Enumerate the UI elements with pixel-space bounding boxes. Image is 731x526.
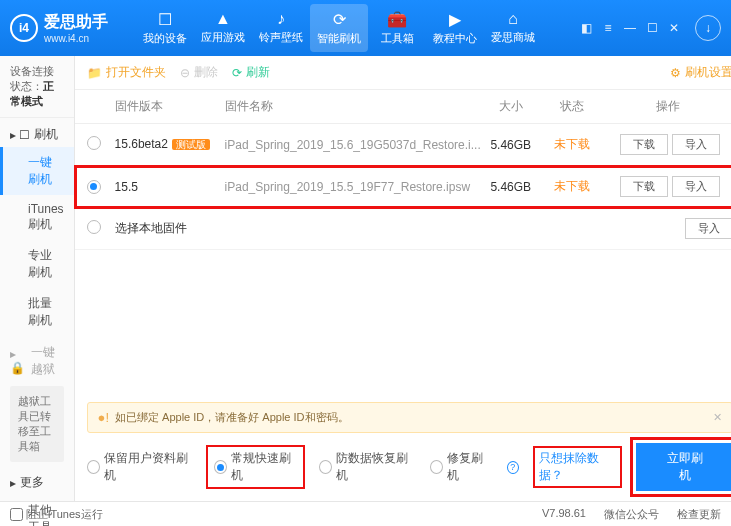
sidebar: 设备连接状态：正常模式 ▸ ☐ 刷机 一键刷机 iTunes刷机 专业刷机 批量… xyxy=(0,56,75,501)
app-logo: i4 xyxy=(10,14,38,42)
status-badge: 未下载 xyxy=(541,136,603,153)
check-update-link[interactable]: 检查更新 xyxy=(677,507,721,522)
toolbar: 📁 打开文件夹 ⊖ 删除 ⟳ 刷新 ⚙ 刷机设置 xyxy=(75,56,731,90)
import-button[interactable]: 导入 xyxy=(672,176,720,197)
col-status: 状态 xyxy=(541,98,603,115)
status-badge: 未下载 xyxy=(541,178,603,195)
col-size: 大小 xyxy=(481,98,541,115)
brand-name: 爱思助手 xyxy=(44,12,108,33)
mode-repair[interactable]: 修复刷机 xyxy=(430,450,491,484)
table-row[interactable]: 15.6beta2测试版 iPad_Spring_2019_15.6_19G50… xyxy=(75,124,731,166)
main: 设备连接状态：正常模式 ▸ ☐ 刷机 一键刷机 iTunes刷机 专业刷机 批量… xyxy=(0,56,731,501)
ringtone-icon: ♪ xyxy=(252,10,310,28)
group-flash[interactable]: ▸ ☐ 刷机 xyxy=(0,118,74,147)
col-name: 固件名称 xyxy=(225,98,481,115)
sidebar-item-itunes[interactable]: iTunes刷机 xyxy=(0,195,74,240)
table-row[interactable]: 15.5 iPad_Spring_2019_15.5_19F77_Restore… xyxy=(75,166,731,208)
group-jailbreak[interactable]: ▸ 🔒 一键越狱 xyxy=(0,336,74,382)
menu-icon[interactable]: ≡ xyxy=(599,21,617,35)
nav-flash[interactable]: ⟳智能刷机 xyxy=(310,4,368,52)
version-label: V7.98.61 xyxy=(542,507,586,522)
download-button[interactable]: 下载 xyxy=(620,134,668,155)
toolbox-icon: 🧰 xyxy=(368,10,426,29)
nav-toolbox[interactable]: 🧰工具箱 xyxy=(368,4,426,52)
wechat-link[interactable]: 微信公众号 xyxy=(604,507,659,522)
skin-icon[interactable]: ◧ xyxy=(577,21,595,35)
device-icon: ☐ xyxy=(136,10,194,29)
erase-only-link[interactable]: 只想抹除数据？ xyxy=(535,448,621,486)
import-button[interactable]: 导入 xyxy=(685,218,731,239)
refresh-button[interactable]: ⟳ 刷新 xyxy=(232,64,270,81)
nav-store[interactable]: ⌂爱思商城 xyxy=(484,4,542,52)
table-row-local[interactable]: 选择本地固件 导入 xyxy=(75,208,731,250)
mode-normal[interactable]: 常规快速刷机 xyxy=(208,447,303,487)
nav-apps[interactable]: ▲应用游戏 xyxy=(194,4,252,52)
nav-my-device[interactable]: ☐我的设备 xyxy=(136,4,194,52)
maximize-icon[interactable]: ☐ xyxy=(643,21,661,35)
main-nav: ☐我的设备 ▲应用游戏 ♪铃声壁纸 ⟳智能刷机 🧰工具箱 ▶教程中心 ⌂爱思商城 xyxy=(136,4,542,52)
row-radio[interactable] xyxy=(87,180,101,194)
footer: 阻止iTunes运行 V7.98.61 微信公众号 检查更新 xyxy=(0,501,731,526)
warning-bar: ●! 如已绑定 Apple ID，请准备好 Apple ID和密码。 ✕ xyxy=(87,402,731,433)
apps-icon: ▲ xyxy=(194,10,252,28)
mode-protect[interactable]: 防数据恢复刷机 xyxy=(319,450,413,484)
sidebar-item-batch[interactable]: 批量刷机 xyxy=(0,288,74,336)
sidebar-item-pro[interactable]: 专业刷机 xyxy=(0,240,74,288)
content: 📁 打开文件夹 ⊖ 删除 ⟳ 刷新 ⚙ 刷机设置 固件版本 固件名称 大小 状态… xyxy=(75,56,731,501)
jailbreak-note: 越狱工具已转移至工具箱 xyxy=(10,386,64,462)
mode-bar: 保留用户资料刷机 常规快速刷机 防数据恢复刷机 修复刷机 ? 只想抹除数据？ 立… xyxy=(75,433,731,501)
window-controls: ◧ ≡ — ☐ ✕ ↓ xyxy=(577,15,721,41)
warning-icon: ●! xyxy=(98,410,109,425)
beta-badge: 测试版 xyxy=(172,139,210,150)
minimize-icon[interactable]: — xyxy=(621,21,639,35)
flash-icon: ⟳ xyxy=(310,10,368,29)
help-icon[interactable]: ? xyxy=(507,461,519,474)
import-button[interactable]: 导入 xyxy=(672,134,720,155)
close-icon[interactable]: ✕ xyxy=(713,411,722,424)
col-action: 操作 xyxy=(603,98,731,115)
connection-status: 设备连接状态：正常模式 xyxy=(0,56,74,118)
row-radio[interactable] xyxy=(87,136,101,150)
mode-keep-data[interactable]: 保留用户资料刷机 xyxy=(87,450,192,484)
brand-url: www.i4.cn xyxy=(44,33,108,44)
nav-tutorial[interactable]: ▶教程中心 xyxy=(426,4,484,52)
open-folder-button[interactable]: 📁 打开文件夹 xyxy=(87,64,166,81)
download-button[interactable]: 下载 xyxy=(620,176,668,197)
block-itunes-checkbox[interactable]: 阻止iTunes运行 xyxy=(10,507,103,522)
store-icon: ⌂ xyxy=(484,10,542,28)
download-icon[interactable]: ↓ xyxy=(695,15,721,41)
table-header: 固件版本 固件名称 大小 状态 操作 xyxy=(75,90,731,124)
warning-text: 如已绑定 Apple ID，请准备好 Apple ID和密码。 xyxy=(115,410,349,425)
nav-ringtone[interactable]: ♪铃声壁纸 xyxy=(252,4,310,52)
delete-button[interactable]: ⊖ 删除 xyxy=(180,64,218,81)
brand: 爱思助手 www.i4.cn xyxy=(44,12,108,44)
group-more[interactable]: ▸ 更多 xyxy=(0,466,74,495)
titlebar: i4 爱思助手 www.i4.cn ☐我的设备 ▲应用游戏 ♪铃声壁纸 ⟳智能刷… xyxy=(0,0,731,56)
col-version: 固件版本 xyxy=(115,98,225,115)
sidebar-item-oneclick[interactable]: 一键刷机 xyxy=(0,147,74,195)
start-flash-button[interactable]: 立即刷机 xyxy=(636,443,731,491)
flash-settings-button[interactable]: ⚙ 刷机设置 xyxy=(670,64,731,81)
tutorial-icon: ▶ xyxy=(426,10,484,29)
close-icon[interactable]: ✕ xyxy=(665,21,683,35)
row-radio[interactable] xyxy=(87,220,101,234)
